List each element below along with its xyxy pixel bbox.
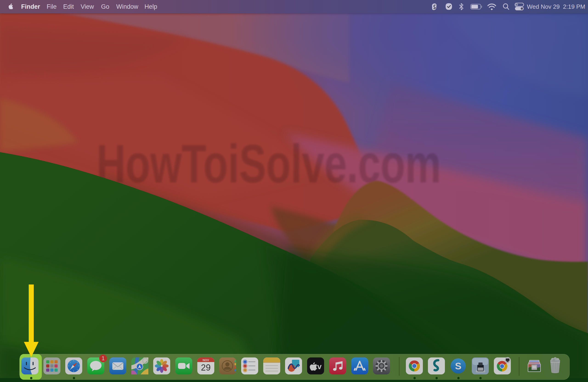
svg-text:29: 29 bbox=[201, 363, 211, 372]
svg-text:1: 1 bbox=[102, 355, 105, 361]
svg-text:S: S bbox=[455, 361, 462, 371]
svg-text:NOV: NOV bbox=[203, 358, 209, 362]
svg-text:tv: tv bbox=[315, 362, 322, 371]
